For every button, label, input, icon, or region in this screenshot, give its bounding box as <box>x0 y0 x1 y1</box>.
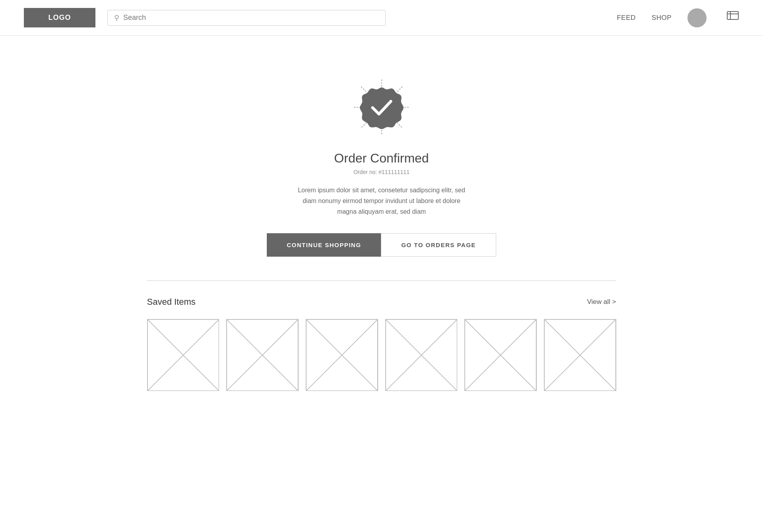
order-confirm-section: Order Confirmed Order no: #111111111 Lor… <box>147 60 616 281</box>
saved-item[interactable] <box>226 319 299 391</box>
search-input[interactable] <box>123 14 379 22</box>
go-to-orders-button[interactable]: GO TO ORDERS PAGE <box>381 233 496 257</box>
order-title: Order Confirmed <box>334 151 429 166</box>
search-icon: ⚲ <box>114 14 119 22</box>
cart-icon[interactable] <box>726 11 739 25</box>
header: LOGO ⚲ FEED SHOP <box>0 0 763 36</box>
view-all-link[interactable]: View all > <box>587 298 616 306</box>
saved-item[interactable] <box>306 319 378 391</box>
saved-header: Saved Items View all > <box>147 297 616 307</box>
logo-button[interactable]: LOGO <box>24 8 95 27</box>
svg-rect-0 <box>727 12 738 19</box>
nav-feed[interactable]: FEED <box>617 14 635 22</box>
nav-shop[interactable]: SHOP <box>652 14 672 22</box>
badge-shape <box>360 85 404 129</box>
avatar[interactable] <box>687 8 707 27</box>
order-number: Order no: #111111111 <box>353 169 410 175</box>
order-badge-wrap <box>350 75 414 139</box>
saved-items-title: Saved Items <box>147 297 196 307</box>
search-bar: ⚲ <box>107 10 386 26</box>
nav-links: FEED SHOP <box>617 8 739 27</box>
saved-items-section: Saved Items View all > <box>147 281 616 391</box>
continue-shopping-button[interactable]: CONTINUE SHOPPING <box>267 233 381 257</box>
action-buttons: CONTINUE SHOPPING GO TO ORDERS PAGE <box>267 233 496 257</box>
saved-item[interactable] <box>147 319 219 391</box>
saved-item[interactable] <box>464 319 537 391</box>
main-content: Order Confirmed Order no: #111111111 Lor… <box>123 36 640 407</box>
saved-item[interactable] <box>544 319 616 391</box>
order-description: Lorem ipsum dolor sit amet, consetetur s… <box>294 185 469 217</box>
saved-item[interactable] <box>385 319 458 391</box>
saved-items-grid <box>147 319 616 391</box>
